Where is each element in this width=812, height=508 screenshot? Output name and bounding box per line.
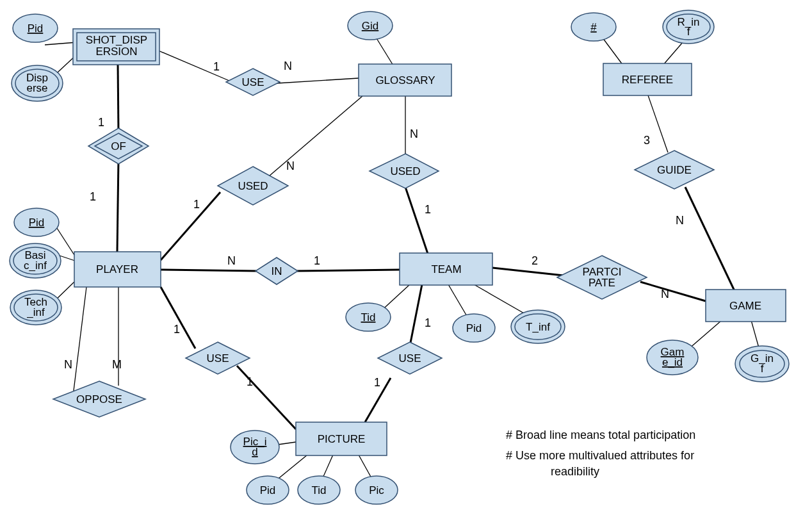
attr-sd-pid: Pid: [13, 14, 58, 42]
rel-use-team-picture: USE: [378, 342, 442, 374]
rel-guide: GUIDE: [635, 151, 714, 189]
card-use1-gl: N: [284, 60, 292, 72]
svg-text:Pid: Pid: [260, 484, 276, 496]
edge-part-game: [640, 282, 706, 301]
attr-team-pid: Pid: [453, 314, 495, 342]
svg-text:TEAM: TEAM: [431, 263, 461, 275]
card-used2-tm: 1: [425, 203, 431, 216]
edge-player-pid: [54, 224, 74, 255]
card-guide-ref: 3: [644, 134, 650, 147]
entity-player: PLAYER: [74, 252, 161, 287]
svg-text:Disperse: Disperse: [26, 72, 48, 94]
card-use2-pic: 1: [247, 375, 253, 388]
edge-game-gid: [688, 320, 722, 349]
attr-player-basic: Basic_inf: [10, 243, 61, 278]
svg-text:Basic_inf: Basic_inf: [24, 249, 47, 272]
svg-text:Tid: Tid: [361, 311, 376, 324]
entity-shot-dispersion: SHOT_DISPERSION: [73, 29, 159, 65]
svg-text:T_inf: T_inf: [526, 321, 550, 333]
edge-used1-glossary: [269, 96, 362, 176]
card-in-pl: N: [227, 254, 236, 267]
svg-text:Gid: Gid: [362, 20, 378, 32]
attr-player-pid: Pid: [14, 208, 59, 236]
edge-used2-team: [405, 187, 428, 254]
attr-sd-disperse: Disperse: [12, 65, 63, 101]
svg-text:USED: USED: [390, 165, 420, 177]
svg-text:GUIDE: GUIDE: [657, 164, 692, 176]
card-guide-gm: N: [676, 214, 684, 227]
svg-text:OF: OF: [111, 140, 126, 152]
attr-ref-hash: #: [571, 13, 616, 41]
card-used1-gl: N: [286, 160, 295, 172]
edge-team-use3: [410, 284, 422, 346]
svg-text:Game_id: Game_id: [661, 346, 685, 368]
edge-guide-game: [685, 187, 735, 291]
attr-pic-pic: Pic: [355, 476, 398, 504]
attr-pic-id: Pic_id: [231, 430, 279, 464]
attr-game-ginf: G_inf: [735, 346, 789, 382]
edge-team-pid2: [448, 284, 467, 317]
edge-use2-picture: [237, 366, 296, 429]
svg-text:GAME: GAME: [729, 300, 761, 312]
edge-glossary-gid: [375, 35, 393, 65]
edge-player-used1: [161, 192, 220, 260]
svg-text:PLAYER: PLAYER: [96, 263, 138, 275]
edge-ref-rinf: [663, 42, 683, 65]
attr-team-tinf: T_inf: [511, 310, 565, 343]
note-3: readibility: [551, 465, 599, 478]
attr-pic-pid: Pid: [247, 476, 289, 504]
entity-picture: PICTURE: [296, 422, 387, 455]
svg-text:Pic: Pic: [369, 484, 384, 496]
edge-team-tinf: [474, 284, 525, 314]
attr-pic-tid: Tid: [298, 476, 340, 504]
svg-text:REFEREE: REFEREE: [622, 74, 673, 86]
svg-text:Tid: Tid: [312, 484, 327, 496]
svg-text:Pid: Pid: [29, 217, 45, 229]
card-in-tm: 1: [314, 254, 320, 267]
edge-team-part: [492, 268, 564, 275]
card-part-tm: 2: [532, 254, 538, 267]
attr-player-tech: Tech_inf: [10, 290, 61, 325]
rel-used-glossary-team: USED: [369, 154, 439, 188]
card-used2-gl: N: [410, 127, 418, 140]
entity-referee: REFEREE: [603, 63, 692, 95]
edge-in-team: [296, 270, 400, 271]
svg-text:GLOSSARY: GLOSSARY: [375, 74, 435, 86]
card-use3-pic: 1: [374, 376, 380, 389]
edge-sd-of: [118, 64, 118, 133]
note-1: # Broad line means total participation: [506, 429, 695, 441]
rel-used-player-glossary: USED: [218, 167, 288, 205]
card-use3-tm: 1: [425, 316, 431, 329]
card-oppose-n: N: [64, 358, 72, 371]
entity-glossary: GLOSSARY: [359, 64, 451, 96]
attr-game-id: Game_id: [647, 340, 698, 375]
edge-use1-glossary: [277, 78, 359, 83]
edge-of-player: [117, 159, 118, 252]
attr-ref-rinf: R_inf: [663, 10, 714, 44]
card-of-sd: 1: [98, 116, 104, 129]
svg-text:USE: USE: [242, 76, 264, 88]
card-of-pl: 1: [90, 190, 96, 203]
note-2: # Use more multivalued attributes for: [506, 449, 694, 462]
edge-ref-guide: [647, 94, 668, 152]
edge-player-use2: [161, 287, 195, 348]
card-use2-pl: 1: [174, 323, 180, 336]
svg-text:IN: IN: [272, 265, 282, 277]
entity-game: GAME: [706, 290, 786, 322]
edge-player-oppose-n: [74, 287, 86, 391]
edge-player-in: [161, 270, 256, 271]
card-use1-sd: 1: [213, 60, 220, 73]
svg-text:Pid: Pid: [466, 322, 482, 334]
attr-glossary-gid: Gid: [348, 12, 393, 40]
svg-text:#: #: [590, 21, 597, 33]
attr-team-tid: Tid: [346, 303, 391, 331]
edge-sd-pid: [45, 42, 77, 45]
entity-team: TEAM: [400, 253, 492, 285]
rel-in: IN: [256, 258, 298, 284]
svg-text:Tech_inf: Tech_inf: [24, 296, 47, 318]
rel-use-sd-glossary: USE: [226, 69, 280, 95]
card-used1-pl: 1: [193, 198, 200, 211]
svg-text:PICTURE: PICTURE: [318, 433, 366, 445]
svg-text:USE: USE: [207, 352, 229, 365]
svg-text:USED: USED: [238, 180, 268, 192]
